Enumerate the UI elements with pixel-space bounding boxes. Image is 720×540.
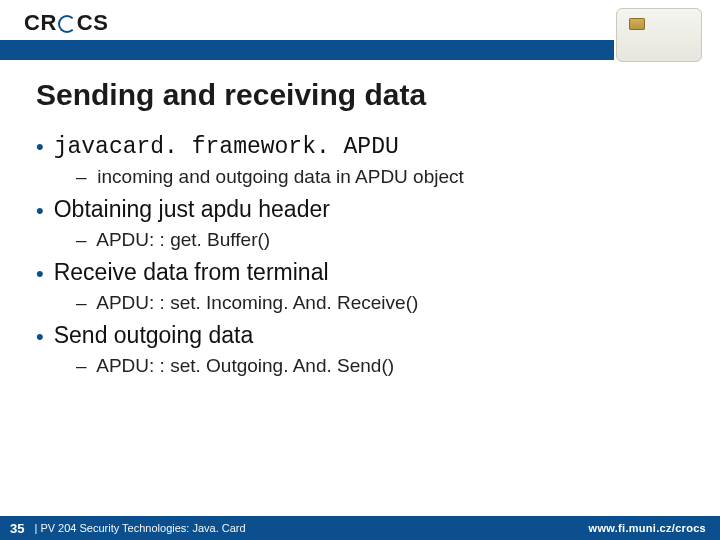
bullet-text: Send outgoing data: [54, 322, 254, 349]
bullet-dot-icon: •: [36, 200, 44, 222]
bullet-level1: • javacard. framework. APDU: [36, 134, 684, 160]
list-item: • Send outgoing data – APDU: : set. Outg…: [36, 322, 684, 377]
list-item: • Receive data from terminal – APDU: : s…: [36, 259, 684, 314]
slide-title: Sending and receiving data: [36, 78, 684, 112]
smartcard-chip-icon: [629, 18, 645, 30]
slide-content: Sending and receiving data • javacard. f…: [36, 78, 684, 385]
bullet-level2: – APDU: : get. Buffer(): [76, 229, 684, 251]
sub-bullet-text: incoming and outgoing data in APDU objec…: [97, 166, 464, 187]
slide-header: CRCS: [0, 0, 720, 64]
list-item: • Obtaining just apdu header – APDU: : g…: [36, 196, 684, 251]
bullet-dash-icon: –: [76, 166, 92, 188]
bullet-dash-icon: –: [76, 292, 92, 314]
bullet-text: Receive data from terminal: [54, 259, 329, 286]
header-accent-bar: [0, 40, 614, 60]
bullet-level2: – APDU: : set. Incoming. And. Receive(): [76, 292, 684, 314]
logo-o-icon: [58, 15, 76, 33]
sub-bullet-text: APDU: : set. Incoming. And. Receive(): [96, 292, 418, 313]
bullet-text: Obtaining just apdu header: [54, 196, 330, 223]
logo-left: CR: [24, 10, 57, 35]
bullet-level2: – incoming and outgoing data in APDU obj…: [76, 166, 684, 188]
bullet-level1: • Obtaining just apdu header: [36, 196, 684, 223]
bullet-level1: • Receive data from terminal: [36, 259, 684, 286]
bullet-text: javacard. framework. APDU: [54, 134, 399, 160]
bullet-dash-icon: –: [76, 355, 92, 377]
sub-bullet-text: APDU: : set. Outgoing. And. Send(): [96, 355, 394, 376]
bullet-list: • javacard. framework. APDU – incoming a…: [36, 134, 684, 377]
logo-right: CS: [77, 10, 109, 35]
smartcard-icon: [616, 8, 702, 62]
crocs-logo: CRCS: [24, 10, 108, 36]
page-number: 35: [10, 521, 24, 536]
bullet-dot-icon: •: [36, 136, 44, 158]
list-item: • javacard. framework. APDU – incoming a…: [36, 134, 684, 188]
bullet-dash-icon: –: [76, 229, 92, 251]
bullet-level1: • Send outgoing data: [36, 322, 684, 349]
footer-url: www.fi.muni.cz/crocs: [589, 522, 706, 534]
footer-left: 35 | PV 204 Security Technologies: Java.…: [10, 521, 246, 536]
course-label: | PV 204 Security Technologies: Java. Ca…: [34, 522, 245, 534]
bullet-dot-icon: •: [36, 263, 44, 285]
bullet-level2: – APDU: : set. Outgoing. And. Send(): [76, 355, 684, 377]
slide-footer: 35 | PV 204 Security Technologies: Java.…: [0, 516, 720, 540]
bullet-dot-icon: •: [36, 326, 44, 348]
sub-bullet-text: APDU: : get. Buffer(): [96, 229, 270, 250]
